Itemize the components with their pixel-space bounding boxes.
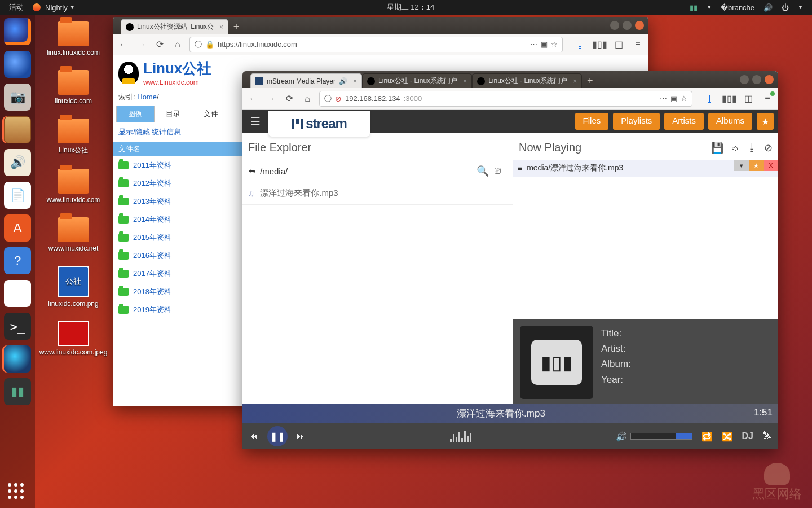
window-close-icon[interactable] bbox=[765, 75, 774, 84]
reload-button[interactable]: ⟳ bbox=[153, 38, 166, 51]
dock-mstream-indicator[interactable]: ▮▮ bbox=[4, 378, 31, 405]
page-actions-icon[interactable]: ⋯ bbox=[530, 40, 537, 49]
volume-slider[interactable] bbox=[630, 433, 692, 440]
back-button[interactable]: ← bbox=[117, 38, 130, 51]
prev-track-button[interactable]: ⏮ bbox=[249, 431, 258, 441]
browser-tab[interactable]: Linux公社 - Linux系统门户 × bbox=[472, 73, 582, 88]
window-titlebar[interactable]: mStream Media Player 🔊 × Linux公社 - Linux… bbox=[242, 71, 778, 88]
clock[interactable]: 星期二 12：14 bbox=[387, 2, 435, 12]
page-tab-file[interactable]: 文件 bbox=[192, 106, 230, 122]
add-all-icon[interactable]: ⎚⁺ bbox=[495, 165, 507, 177]
new-tab-button[interactable]: + bbox=[228, 19, 244, 34]
reload-button[interactable]: ⟳ bbox=[283, 93, 295, 105]
equalizer-icon[interactable] bbox=[450, 431, 471, 442]
volume-icon[interactable]: 🔊 bbox=[616, 431, 627, 442]
dock-help[interactable]: ? bbox=[4, 247, 31, 274]
dock-firefox[interactable] bbox=[4, 18, 31, 45]
desktop-folder[interactable]: Linux公社 bbox=[45, 119, 102, 155]
dock-files[interactable] bbox=[4, 116, 31, 143]
library-icon[interactable]: ▮▯▮ bbox=[723, 93, 735, 105]
dock-rhythmbox[interactable]: 🔊 bbox=[4, 149, 31, 176]
system-menu-chevron-icon[interactable]: ▼ bbox=[798, 5, 803, 10]
home-button[interactable]: ⌂ bbox=[301, 93, 314, 105]
breadcrumb-home-link[interactable]: Home bbox=[137, 93, 157, 101]
desktop-file-png[interactable]: 公社linuxidc.com.png bbox=[45, 266, 102, 308]
hamburger-menu-icon[interactable]: ≡ bbox=[632, 38, 644, 51]
address-bar[interactable]: ⓘ ⊘ 192.168.182.134:3000 ⋯ ▣ ☆ bbox=[319, 91, 692, 107]
queue-drag-icon[interactable]: ≡ bbox=[518, 164, 522, 173]
power-icon[interactable]: ⏻ bbox=[782, 3, 789, 12]
window-maximize-icon[interactable] bbox=[623, 21, 632, 30]
dock-thunderbird[interactable] bbox=[4, 51, 31, 78]
browser-tab-active[interactable]: mStream Media Player 🔊 × bbox=[250, 73, 362, 88]
nav-albums[interactable]: Albums bbox=[708, 113, 752, 130]
file-row[interactable]: ♫ 漂洋过海来看你.mp3 bbox=[242, 182, 513, 205]
activities-button[interactable]: 活动 bbox=[9, 2, 24, 12]
info-icon[interactable]: ⓘ bbox=[324, 94, 332, 104]
nav-files[interactable]: Files bbox=[575, 113, 609, 130]
search-icon[interactable]: 🔍 bbox=[476, 165, 489, 177]
tab-audio-icon[interactable]: 🔊 bbox=[339, 77, 347, 85]
hamburger-menu-icon[interactable]: ≡ bbox=[761, 93, 774, 105]
window-close-icon[interactable] bbox=[635, 21, 644, 30]
nav-artists[interactable]: Artists bbox=[664, 113, 704, 130]
desktop-folder[interactable]: linux.linuxidc.com bbox=[45, 21, 102, 56]
tab-close-icon[interactable]: × bbox=[573, 77, 577, 85]
remote-control-icon[interactable]: 🛰 bbox=[762, 431, 771, 441]
desktop-folder[interactable]: www.linuxidc.net bbox=[45, 217, 102, 252]
desktop-file-jpeg[interactable]: www.linuxidc.com.jpeg bbox=[45, 321, 102, 356]
page-actions-icon[interactable]: ⋯ bbox=[660, 94, 667, 103]
address-bar[interactable]: ⓘ 🔒 https://linux.linuxidc.com ⋯ ▣ ☆ bbox=[189, 37, 563, 52]
repeat-button[interactable]: 🔁 bbox=[701, 431, 713, 442]
save-playlist-icon[interactable]: 💾 bbox=[711, 142, 723, 154]
desktop-folder[interactable]: www.linuxidc.com bbox=[45, 169, 102, 204]
shuffle-button[interactable]: 🔀 bbox=[722, 431, 733, 442]
nav-playlists[interactable]: Playlists bbox=[613, 113, 660, 130]
play-pause-button[interactable]: ❚❚ bbox=[267, 426, 288, 446]
back-button[interactable]: ← bbox=[247, 93, 259, 105]
window-minimize-icon[interactable] bbox=[610, 21, 619, 30]
info-icon[interactable]: ⓘ bbox=[195, 40, 202, 50]
page-tab-legend[interactable]: 图例 bbox=[117, 106, 155, 122]
dj-mode-button[interactable]: DJ bbox=[742, 431, 753, 441]
queue-item[interactable]: ≡ media/漂洋过海来看你.mp3 ▾ ★ X bbox=[513, 160, 778, 177]
next-track-button[interactable]: ⏭ bbox=[297, 431, 306, 441]
browser-tab[interactable]: Linux公社资源站_Linux公 × bbox=[121, 19, 228, 34]
download-queue-icon[interactable]: ⭳ bbox=[747, 142, 757, 154]
dock-screenshot[interactable]: 📷 bbox=[4, 84, 31, 111]
dock-firefox-nightly[interactable] bbox=[4, 345, 31, 373]
queue-item-menu-icon[interactable]: ▾ bbox=[734, 160, 749, 171]
nav-starred[interactable]: ★ bbox=[757, 113, 774, 130]
tracking-shield-icon[interactable]: ▣ bbox=[541, 40, 548, 49]
window-titlebar[interactable]: Linux公社资源站_Linux公 × + bbox=[113, 17, 648, 34]
clear-queue-icon[interactable]: ⊘ bbox=[764, 142, 773, 154]
desktop-folder[interactable]: linuxidc.com bbox=[45, 70, 102, 105]
window-maximize-icon[interactable] bbox=[752, 75, 761, 84]
tab-close-icon[interactable]: × bbox=[219, 23, 223, 31]
window-minimize-icon[interactable] bbox=[740, 75, 749, 84]
new-tab-button[interactable]: + bbox=[582, 73, 598, 88]
network-icon[interactable]: �branche bbox=[721, 3, 754, 12]
browser-tab[interactable]: Linux公社 - Linux系统门户 × bbox=[362, 73, 472, 88]
dock-amazon[interactable]: a bbox=[4, 280, 31, 307]
nav-up-icon[interactable]: ➦ bbox=[248, 166, 255, 176]
library-icon[interactable]: ▮▯▮ bbox=[593, 38, 606, 51]
tracking-shield-icon[interactable]: ▣ bbox=[670, 94, 677, 103]
page-tab-toc[interactable]: 目录 bbox=[155, 106, 192, 122]
bookmark-star-icon[interactable]: ☆ bbox=[681, 94, 687, 103]
sidebar-icon[interactable]: ◫ bbox=[742, 93, 754, 105]
sidebar-icon[interactable]: ◫ bbox=[612, 38, 625, 51]
dock-terminal[interactable]: >_ bbox=[4, 313, 31, 340]
show-applications[interactable] bbox=[0, 483, 35, 502]
bookmark-star-icon[interactable]: ☆ bbox=[551, 40, 558, 49]
dock-software[interactable]: A bbox=[4, 214, 31, 242]
tab-close-icon[interactable]: × bbox=[463, 77, 467, 85]
tray-mstream-icon[interactable]: ▮▮ bbox=[690, 3, 698, 12]
toggle-stats-link[interactable]: 显示/隐藏 统计信息 bbox=[118, 128, 181, 136]
progress-bar[interactable]: 漂洋过海来看你.mp3 1:51 bbox=[242, 404, 778, 423]
mstream-menu-button[interactable]: ☰ bbox=[242, 110, 268, 133]
tray-dropdown-icon[interactable]: ▼ bbox=[707, 5, 712, 10]
home-button[interactable]: ⌂ bbox=[171, 38, 184, 51]
share-icon[interactable]: ⪦ bbox=[730, 142, 740, 154]
dock-writer[interactable]: 📄 bbox=[4, 182, 31, 209]
